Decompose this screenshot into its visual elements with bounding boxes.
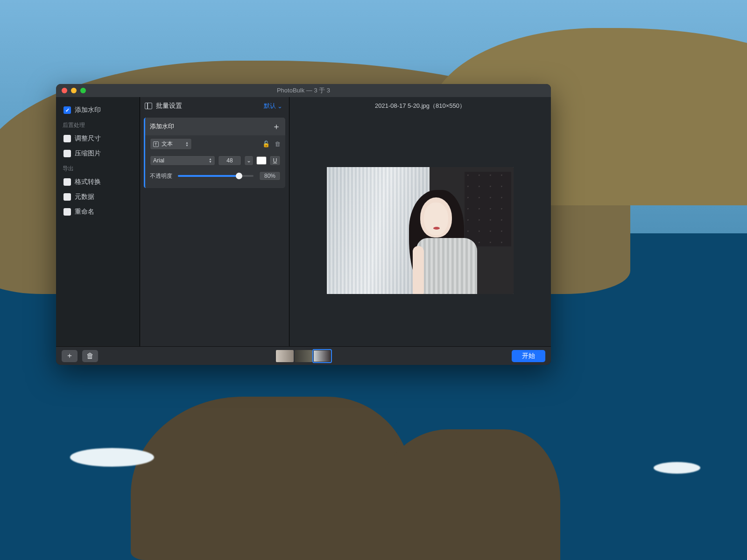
thumbnail[interactable] — [295, 350, 312, 362]
chevron-down-icon: ⌄ — [277, 103, 282, 110]
trash-icon: 🗑 — [86, 352, 94, 360]
plus-icon[interactable]: ＋ — [272, 121, 281, 132]
checkbox-icon[interactable] — [63, 208, 71, 216]
zoom-icon[interactable] — [80, 88, 86, 93]
chevron-down-icon: ⌄ — [247, 157, 251, 164]
watermark-type-select[interactable]: T 文本 ▲▼ — [150, 138, 192, 150]
app-window: PhotoBulk — 3 于 3 添加水印 后置处理 调整尺寸 压缩图片 导出… — [56, 84, 551, 365]
sidebar-section-export: 导出 — [63, 165, 135, 173]
sidebar-item-watermark[interactable]: 添加水印 — [61, 104, 135, 117]
sidebar-item-label: 重命名 — [75, 208, 94, 216]
stepper-icon: ▲▼ — [185, 141, 189, 147]
text-type-icon: T — [153, 141, 159, 147]
font-select[interactable]: Arial ▲▼ — [150, 155, 215, 166]
sidebar-item-compress[interactable]: 压缩图片 — [61, 147, 135, 160]
sidebar-item-label: 元数据 — [75, 193, 94, 201]
settings-title: 批量设置 — [156, 102, 182, 110]
font-size-field[interactable]: 48 — [218, 155, 241, 166]
preset-label: 默认 — [264, 102, 276, 110]
thumbnail-strip — [276, 350, 331, 362]
minimize-icon[interactable] — [71, 88, 77, 93]
plus-icon: ＋ — [66, 351, 73, 361]
add-image-button[interactable]: ＋ — [62, 350, 78, 362]
card-title: 添加水印 — [150, 122, 174, 131]
stepper-icon: ▲▼ — [209, 158, 212, 163]
remove-image-button[interactable]: 🗑 — [82, 350, 98, 362]
watermark-card: 添加水印 ＋ T 文本 ▲▼ 🔓 🗑 Arial — [144, 118, 285, 188]
sidebar-item-label: 添加水印 — [75, 106, 101, 114]
footer: ＋ 🗑 开始 — [56, 346, 551, 365]
preset-dropdown[interactable]: 默认 ⌄ — [264, 102, 282, 110]
window-title: PhotoBulk — 3 于 3 — [277, 86, 330, 95]
checkbox-icon[interactable] — [63, 178, 71, 186]
font-size-stepper[interactable]: ⌄ — [244, 155, 254, 166]
sidebar-item-format[interactable]: 格式转换 — [61, 175, 135, 189]
checkbox-icon[interactable] — [63, 150, 71, 157]
select-label: 文本 — [162, 140, 173, 148]
opacity-value[interactable]: 80% — [259, 171, 281, 181]
opacity-slider[interactable] — [178, 175, 254, 177]
preview-filename: 2021-08-17 5-20.jpg（810×550） — [289, 97, 551, 115]
field-value: 48 — [226, 157, 233, 164]
settings-panel: 批量设置 默认 ⌄ 添加水印 ＋ T 文本 ▲▼ — [140, 97, 289, 346]
checkbox-icon[interactable] — [63, 135, 71, 142]
sidebar: 添加水印 后置处理 调整尺寸 压缩图片 导出 格式转换 元数据 重 — [56, 97, 140, 346]
slider-knob[interactable] — [236, 173, 242, 179]
thumbnail[interactable] — [276, 350, 294, 362]
checkbox-icon[interactable] — [63, 193, 71, 201]
select-label: Arial — [153, 157, 164, 164]
panel-layout-icon[interactable] — [145, 103, 152, 109]
trash-icon[interactable]: 🗑 — [275, 140, 281, 147]
start-button[interactable]: 开始 — [512, 350, 545, 362]
sidebar-item-resize[interactable]: 调整尺寸 — [61, 132, 135, 145]
opacity-label: 不透明度 — [150, 172, 172, 180]
sidebar-item-rename[interactable]: 重命名 — [61, 205, 135, 218]
checkbox-icon[interactable] — [63, 106, 71, 114]
unlock-icon[interactable]: 🔓 — [262, 140, 270, 147]
close-icon[interactable] — [62, 88, 67, 93]
preview-panel: 2021-08-17 5-20.jpg（810×550） — [289, 97, 551, 346]
underline-button[interactable]: U — [269, 155, 281, 166]
sidebar-section-post: 后置处理 — [63, 121, 135, 129]
sidebar-item-metadata[interactable]: 元数据 — [61, 190, 135, 203]
color-swatch[interactable] — [256, 156, 267, 165]
titlebar[interactable]: PhotoBulk — 3 于 3 — [56, 84, 551, 97]
preview-image[interactable] — [327, 167, 514, 294]
sidebar-item-label: 压缩图片 — [75, 149, 101, 158]
sidebar-item-label: 调整尺寸 — [75, 134, 101, 143]
thumbnail[interactable] — [313, 350, 331, 362]
sidebar-item-label: 格式转换 — [75, 178, 101, 186]
